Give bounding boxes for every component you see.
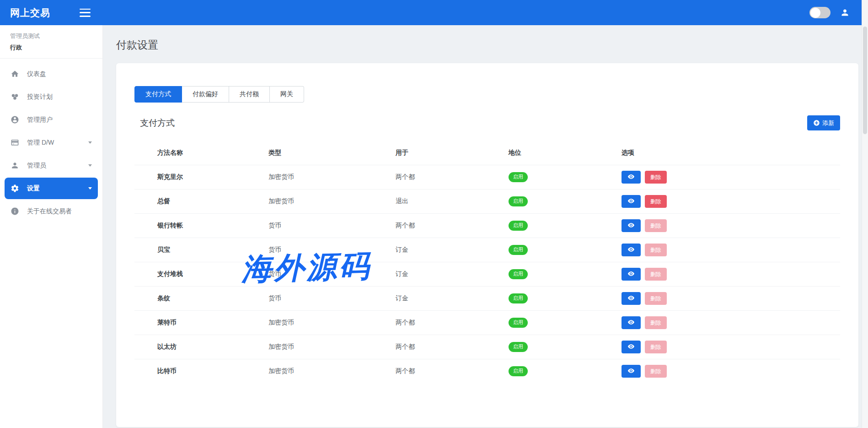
person-icon — [11, 161, 19, 170]
tab-payment-preferences[interactable]: 付款偏好 — [182, 86, 229, 103]
sidebar-item-label: 投资计划 — [27, 93, 53, 101]
delete-button[interactable]: 删除 — [645, 341, 667, 353]
info-icon — [11, 207, 19, 216]
table-row: 莱特币加密货币两个都启用删除 — [134, 311, 840, 335]
cell-options: 删除 — [622, 190, 840, 214]
table-row: 条纹货币订金启用删除 — [134, 287, 840, 311]
delete-button[interactable]: 删除 — [645, 171, 667, 184]
plus-circle-icon — [813, 119, 820, 126]
eye-icon — [627, 270, 635, 279]
user-circle-icon — [11, 115, 19, 124]
coins-icon — [11, 92, 19, 101]
table-row: 总督加密货币退出启用删除 — [134, 190, 840, 214]
sidebar-item-investment-plans[interactable]: 投资计划 — [5, 86, 98, 108]
delete-button[interactable]: 删除 — [645, 365, 667, 378]
status-badge: 启用 — [509, 245, 528, 255]
theme-toggle-switch[interactable] — [809, 7, 830, 18]
delete-button[interactable]: 删除 — [645, 316, 667, 329]
sidebar-item-settings[interactable]: 设置 — [5, 178, 98, 199]
cell-status: 启用 — [509, 287, 622, 311]
cell-used-for: 两个都 — [396, 311, 509, 335]
sidebar-item-admins[interactable]: 管理员 — [5, 155, 98, 176]
scrollbar-thumb[interactable] — [863, 27, 867, 134]
table-row: 以太坊加密货币两个都启用删除 — [134, 335, 840, 359]
scrollbar-track — [862, 0, 868, 428]
app-title: 网上交易 — [0, 6, 76, 19]
sidebar-item-label: 管理 D/W — [27, 139, 54, 147]
status-badge: 启用 — [509, 172, 528, 182]
cell-options: 删除 — [622, 335, 840, 359]
cell-type: 货币 — [268, 262, 396, 287]
cell-method-name: 条纹 — [134, 287, 268, 311]
table-row: 斯克里尔加密货币两个都启用删除 — [134, 165, 840, 190]
sidebar-item-manage-users[interactable]: 管理用户 — [5, 109, 98, 130]
delete-button[interactable]: 删除 — [645, 292, 667, 305]
cell-used-for: 两个都 — [396, 359, 509, 384]
view-button[interactable] — [622, 244, 641, 256]
eye-icon — [627, 222, 635, 230]
eye-icon — [627, 246, 635, 255]
tab-gateway[interactable]: 网关 — [270, 86, 304, 103]
cell-options: 删除 — [622, 311, 840, 335]
cell-options: 删除 — [622, 262, 840, 287]
chevron-down-icon — [88, 141, 92, 144]
view-button[interactable] — [622, 195, 641, 208]
sidebar-item-dashboard[interactable]: 仪表盘 — [5, 63, 98, 85]
cell-method-name: 斯克里尔 — [134, 165, 268, 190]
tab-bar: 支付方式付款偏好共付额网关 — [134, 86, 840, 103]
cell-method-name: 银行转帐 — [134, 214, 268, 238]
status-badge: 启用 — [509, 366, 528, 376]
sidebar-item-manage-dw[interactable]: 管理 D/W — [5, 132, 98, 153]
cell-type: 货币 — [268, 214, 396, 238]
menu-toggle-icon[interactable] — [80, 9, 91, 17]
main-content: 付款设置 支付方式付款偏好共付额网关 支付方式 添新 方法名称 类型 用于 地位… — [103, 25, 868, 428]
delete-button[interactable]: 删除 — [645, 268, 667, 281]
status-badge: 启用 — [509, 293, 528, 303]
status-badge: 启用 — [509, 221, 528, 231]
payment-settings-card: 支付方式付款偏好共付额网关 支付方式 添新 方法名称 类型 用于 地位 选项 — [116, 63, 858, 427]
view-button[interactable] — [622, 292, 641, 305]
cell-status: 启用 — [509, 214, 622, 238]
view-button[interactable] — [622, 316, 641, 329]
column-options: 选项 — [622, 139, 840, 165]
table-row: 比特币加密货币两个都启用删除 — [134, 359, 840, 384]
cell-options: 删除 — [622, 165, 840, 190]
cell-status: 启用 — [509, 262, 622, 287]
cell-method-name: 以太坊 — [134, 335, 268, 359]
panel-title: 支付方式 — [134, 117, 175, 129]
topbar-right — [809, 7, 868, 18]
view-button[interactable] — [622, 365, 641, 378]
top-header: 网上交易 — [0, 0, 868, 25]
status-badge: 启用 — [509, 269, 528, 279]
profile-role: 行政 — [10, 43, 92, 52]
tab-payment-methods[interactable]: 支付方式 — [134, 86, 182, 103]
cell-status: 启用 — [509, 165, 622, 190]
column-used-for: 用于 — [396, 139, 509, 165]
cell-method-name: 比特币 — [134, 359, 268, 384]
chevron-down-icon — [88, 164, 92, 167]
table-row: 支付堆栈货币订金启用删除 — [134, 262, 840, 287]
add-new-button[interactable]: 添新 — [807, 115, 840, 130]
cell-method-name: 总督 — [134, 190, 268, 214]
status-badge: 启用 — [509, 318, 528, 328]
view-button[interactable] — [622, 268, 641, 281]
column-type: 类型 — [268, 139, 396, 165]
view-button[interactable] — [622, 171, 641, 184]
delete-button[interactable]: 删除 — [645, 244, 667, 256]
sidebar: 管理员测试 行政 仪表盘投资计划管理用户管理 D/W管理员设置关于在线交易者 — [0, 25, 103, 428]
cell-used-for: 订金 — [396, 262, 509, 287]
sidebar-item-about[interactable]: 关于在线交易者 — [5, 200, 98, 222]
view-button[interactable] — [622, 219, 641, 232]
cell-status: 启用 — [509, 238, 622, 262]
cell-type: 货币 — [268, 287, 396, 311]
user-icon[interactable] — [840, 8, 850, 18]
sidebar-profile: 管理员测试 行政 — [0, 25, 102, 59]
delete-button[interactable]: 删除 — [645, 195, 667, 208]
view-button[interactable] — [622, 341, 641, 353]
chevron-down-icon — [88, 187, 92, 190]
cell-type: 加密货币 — [268, 311, 396, 335]
column-status: 地位 — [509, 139, 622, 165]
delete-button[interactable]: 删除 — [645, 219, 667, 232]
gear-icon — [11, 184, 19, 193]
tab-copay[interactable]: 共付额 — [229, 86, 270, 103]
